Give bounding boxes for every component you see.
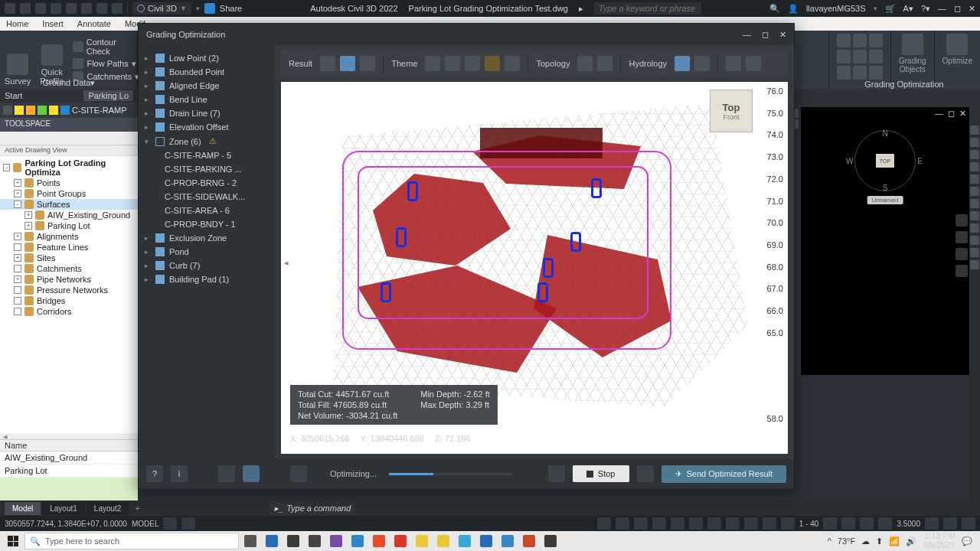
object-tree-item[interactable]: C-SITE-AREA - 6: [139, 204, 275, 217]
network-icon[interactable]: ⬆: [876, 536, 883, 546]
workspace-switcher[interactable]: Civil 3D ▼: [132, 2, 191, 15]
taskbar-app-icon[interactable]: [262, 533, 282, 549]
taskbar-app-icon[interactable]: [412, 533, 432, 549]
strip-tool-icon[interactable]: [970, 248, 979, 257]
sb-tool-icon[interactable]: [860, 517, 874, 530]
contour-check-button[interactable]: Contour Check: [73, 37, 139, 56]
nav-wheel-icon[interactable]: [956, 214, 968, 227]
ribbon-tool-icon[interactable]: [869, 34, 883, 47]
settings-gear-icon[interactable]: [218, 465, 235, 482]
name-column-header[interactable]: Name: [0, 439, 138, 452]
layer-plot-icon[interactable]: [49, 106, 58, 115]
viewcube[interactable]: Top Front: [710, 90, 753, 132]
ribbon-tool-icon[interactable]: [869, 66, 883, 80]
ribbon-tool-icon[interactable]: [853, 66, 867, 80]
strip-tool-icon[interactable]: [970, 126, 979, 135]
ribbon-tool-icon[interactable]: [869, 50, 883, 64]
sb-tool-icon[interactable]: [763, 517, 776, 530]
ribbon-tool-icon[interactable]: [837, 50, 851, 64]
prospector-tree[interactable]: -Parking Lot Grading Optimiza+Points+Poi…: [0, 156, 138, 433]
taskbar-app-icon[interactable]: [348, 533, 368, 549]
tray-chevron-icon[interactable]: ^: [828, 536, 831, 546]
sb-tool-icon[interactable]: [689, 517, 703, 530]
app-icon[interactable]: [5, 3, 15, 14]
ribbon-tool-icon[interactable]: [837, 66, 851, 80]
close-viewport-icon[interactable]: [746, 56, 761, 71]
theme-slope-icon[interactable]: [485, 56, 500, 71]
taskbar-app-icon[interactable]: [455, 533, 475, 549]
keyword-search-input[interactable]: [594, 2, 701, 15]
sb-tool-icon[interactable]: [671, 517, 684, 530]
flow-paths-button[interactable]: Flow Paths▾: [73, 58, 139, 69]
tree-item[interactable]: +AIW_Existing_Ground: [0, 210, 138, 220]
object-tree-item[interactable]: C-SITE-RAMP - 5: [139, 148, 275, 162]
list-icon[interactable]: [548, 465, 565, 482]
viewcube-top[interactable]: TOP: [876, 154, 894, 168]
dialog-maximize-icon[interactable]: ◻: [762, 30, 769, 40]
object-tree-item[interactable]: ▸Bend Line: [139, 93, 275, 106]
object-tree-item[interactable]: ▸Elevation Offset: [139, 120, 275, 134]
qat-save-icon[interactable]: [51, 3, 61, 14]
annotation-scale[interactable]: 1 - 40: [799, 520, 819, 528]
notifications-icon[interactable]: 💬: [962, 536, 972, 546]
tree-item[interactable]: +Points: [0, 178, 138, 188]
sb-tool-icon[interactable]: [823, 517, 837, 530]
tab-insert[interactable]: Insert: [42, 19, 64, 28]
layer-control[interactable]: C-SITE-RAMP: [0, 103, 138, 118]
layer-freeze-icon[interactable]: [26, 106, 35, 115]
sb-tool-icon[interactable]: [878, 517, 892, 530]
wifi-icon[interactable]: 📶: [889, 536, 900, 546]
topology-mesh-icon[interactable]: [597, 56, 612, 71]
tree-item[interactable]: +Sites: [0, 253, 138, 263]
window-restore-icon[interactable]: ◻: [954, 4, 961, 14]
dialog-minimize-icon[interactable]: —: [743, 30, 751, 40]
start-button[interactable]: [3, 533, 23, 549]
chart-icon[interactable]: [290, 465, 307, 482]
nav-orbit-icon[interactable]: [956, 265, 968, 277]
theme-cut-icon[interactable]: [425, 56, 440, 71]
object-tree-item[interactable]: ▸Low Point (2): [139, 51, 275, 65]
volume-icon[interactable]: 🔊: [906, 536, 916, 546]
infocenter-chevron-icon[interactable]: ▸: [579, 4, 583, 14]
help-icon[interactable]: ?▾: [921, 4, 930, 14]
ribbon-tool-icon[interactable]: [853, 50, 867, 64]
vp-maximize-icon[interactable]: ◻: [948, 109, 955, 119]
document-tab[interactable]: Parking Lo: [83, 90, 133, 101]
units-value[interactable]: 3.5000: [897, 520, 920, 528]
window-minimize-icon[interactable]: —: [938, 4, 946, 13]
sb-tool-icon[interactable]: [616, 517, 629, 530]
taskbar-app-icon[interactable]: [433, 533, 453, 549]
theme-elevation-icon[interactable]: [465, 56, 480, 71]
visualization-icon[interactable]: [243, 465, 260, 482]
info-icon[interactable]: i: [171, 465, 188, 482]
toolspace-toolbar[interactable]: [0, 132, 138, 145]
grid-icon[interactable]: [163, 517, 177, 530]
tree-item[interactable]: +Pipe Networks: [0, 274, 138, 285]
strip-tool-icon[interactable]: [970, 236, 979, 245]
result-triangulation-icon[interactable]: [340, 56, 355, 71]
strip-tool-icon[interactable]: [970, 199, 979, 208]
strip-tool-icon[interactable]: [970, 150, 979, 159]
panel-collapse-icon[interactable]: ◂: [284, 258, 289, 268]
vp-close-icon[interactable]: ✕: [959, 109, 966, 119]
layout1-tab[interactable]: Layout1: [42, 502, 85, 515]
strip-tool-icon[interactable]: [970, 260, 979, 269]
taskbar-app-icon[interactable]: [390, 533, 410, 549]
start-tab[interactable]: Start: [5, 91, 22, 100]
tree-item[interactable]: Bridges: [0, 295, 138, 306]
onedrive-icon[interactable]: ☁: [861, 536, 870, 546]
layer-color-swatch[interactable]: [60, 106, 70, 115]
qat-plot-icon[interactable]: [81, 3, 92, 14]
view-name-badge[interactable]: Unnamed: [867, 196, 903, 204]
windows-search-input[interactable]: 🔍 Type here to search: [24, 533, 239, 549]
taskbar-app-icon[interactable]: [326, 533, 346, 549]
weather-widget[interactable]: 73°F: [838, 536, 855, 546]
theme-none-icon[interactable]: [505, 56, 520, 71]
model-tab[interactable]: Model: [5, 502, 41, 515]
search-icon[interactable]: 🔍: [769, 4, 780, 14]
sb-tool-icon[interactable]: [841, 517, 855, 530]
task-view-icon[interactable]: [240, 533, 260, 549]
system-tray[interactable]: ^ 73°F ☁ ⬆ 📶 🔊 1:13 PM 9/9/2021 💬: [828, 532, 977, 549]
cart-icon[interactable]: 🛒: [885, 4, 896, 14]
help-icon[interactable]: ?: [146, 465, 163, 482]
